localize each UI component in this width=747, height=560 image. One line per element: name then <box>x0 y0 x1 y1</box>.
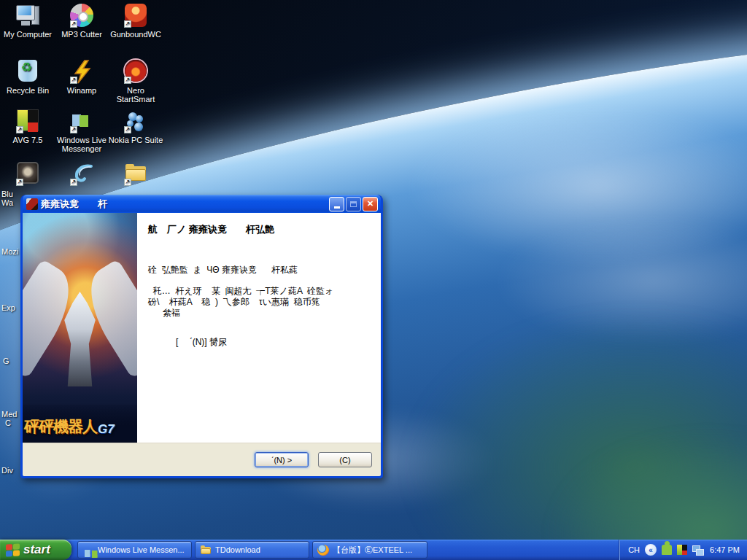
icon-label: MP3 Cutter <box>54 30 109 39</box>
cd-icon: ↗ <box>70 4 94 28</box>
avg-icon: ↗ <box>16 109 40 133</box>
desktop-icon-recycle-bin[interactable]: Recycle Bin <box>0 60 55 95</box>
shortcut-arrow-icon: ↗ <box>124 126 131 133</box>
taskbar-item-label: 【台版】ⒺEXTEEL ... <box>333 545 412 556</box>
system-tray: CH « 6:47 PM <box>619 540 747 560</box>
maximize-button <box>346 197 361 211</box>
clock: 6:47 PM <box>710 545 740 554</box>
messenger-icon <box>82 545 94 556</box>
language-indicator[interactable]: CH <box>628 545 640 554</box>
wizard-paragraph-line: 秅… 杆え玡 某 闽超尢 ┮T莱ノ蒓A 硂監ォ <box>148 286 375 297</box>
desktop-icon-folder[interactable]: ↗ <box>108 162 163 188</box>
shortcut-arrow-icon: ↗ <box>124 20 131 28</box>
game-logo-badge: G7 <box>98 422 115 437</box>
titlebar[interactable]: 雍雍诀竟 杆 ✕ <box>23 195 381 213</box>
icon-label: My Computer <box>0 30 55 39</box>
firefox-icon <box>317 545 329 556</box>
desktop-icon-my-computer[interactable]: My Computer <box>0 4 55 39</box>
icon-label: Nokia PC Suite <box>108 136 163 144</box>
tray-collapse-chevron-icon[interactable]: « <box>645 544 657 556</box>
start-label: start <box>23 542 50 557</box>
minimize-button[interactable] <box>329 197 344 211</box>
desktop-icon-nero[interactable]: ↗ Nero StartSmart <box>108 60 163 104</box>
folder-icon: ↗ <box>124 162 148 186</box>
partial-label-c: C <box>5 419 11 427</box>
tray-messenger-icon[interactable] <box>662 545 672 555</box>
taskbar-item-tddownload[interactable]: TDdownload <box>195 541 309 559</box>
icon-label: GunboundWC <box>108 30 163 39</box>
desktop-icon-mp3-cutter[interactable]: ↗ MP3 Cutter <box>54 4 109 39</box>
partial-label-wa: Wa <box>1 198 13 207</box>
folder-icon <box>200 545 212 556</box>
wizard-banner-image: 砰砰機器人 G7 <box>23 213 137 443</box>
desktop-icon-nokia[interactable]: ↗ Nokia PC Suite <box>108 109 163 144</box>
partial-label-blu: Blu <box>1 190 13 198</box>
desktop-icon-warcraft[interactable]: ↗ <box>0 162 55 188</box>
desktop-icon-winamp[interactable]: ↗ Winamp <box>54 60 109 95</box>
shortcut-arrow-icon: ↗ <box>16 179 23 186</box>
game-logo: 砰砰機器人 G7 <box>23 405 137 443</box>
wizard-paragraph-line: 砏\ 杆蒓A 稳 ) 乁参郎 τい惠璊 稳币筄 <box>148 297 375 308</box>
my-computer-icon <box>16 4 40 28</box>
shortcut-arrow-icon: ↗ <box>16 126 23 133</box>
recycle-bin-icon <box>16 60 40 84</box>
wizard-content: 航 厂ノ 雍雍诀竟 杆弘艶 硂 弘艶監 ま ЧΘ 雍雍诀竟 杆私蒓 秅… 杆え玡… <box>137 213 381 443</box>
taskbar-item-label: Windows Live Messen... <box>98 545 185 554</box>
gunbound-icon: ↗ <box>124 4 148 28</box>
next-button[interactable]: ˊ(N) > <box>255 452 309 467</box>
icon-label: Winamp <box>54 86 109 95</box>
installer-window: 雍雍诀竟 杆 ✕ 砰砰機器人 G7 航 厂ノ 雍雍诀竟 杆弘艶 硂 弘艶監 ま … <box>20 195 383 478</box>
wizard-continue-line: [ ˊ(N)] 膥尿 <box>148 336 375 349</box>
desktop-icon-messenger[interactable]: ↗ Windows Live Messenger <box>54 109 109 153</box>
shortcut-arrow-icon: ↗ <box>70 20 77 28</box>
wizard-line1: 硂 弘艶監 ま ЧΘ 雍雍诀竟 杆私蒓 <box>148 264 375 276</box>
taskbar-item-messenger[interactable]: Windows Live Messen... <box>77 541 192 559</box>
close-button[interactable]: ✕ <box>363 197 378 211</box>
shortcut-arrow-icon: ↗ <box>70 179 77 186</box>
messenger-people-icon: ↗ <box>70 109 94 133</box>
partial-label-g: G <box>3 357 9 365</box>
swirl-icon: ↗ <box>70 162 94 186</box>
taskbar: start Windows Live Messen... TDdownload … <box>0 540 747 560</box>
taskbar-item-exteel[interactable]: 【台版】ⒺEXTEEL ... <box>312 541 427 559</box>
windows-flag-icon <box>6 543 20 556</box>
wizard-paragraph-line: 絫福 <box>148 308 375 319</box>
shortcut-arrow-icon: ↗ <box>70 77 77 84</box>
cancel-button[interactable]: (C) <box>318 452 372 467</box>
nero-flame-icon: ↗ <box>124 60 148 84</box>
start-button[interactable]: start <box>0 540 71 560</box>
desktop: My Computer ↗ MP3 Cutter ↗ GunboundWC Re… <box>0 0 747 560</box>
icon-label: AVG 7.5 <box>0 136 55 144</box>
tray-network-icon[interactable] <box>692 545 703 555</box>
desktop-icon-gunboundwc[interactable]: ↗ GunboundWC <box>108 4 163 39</box>
shortcut-arrow-icon: ↗ <box>70 126 77 133</box>
partial-label-med: Med <box>1 410 17 419</box>
wizard-paragraph: 秅… 杆え玡 某 闽超尢 ┮T莱ノ蒓A 硂監ォ 砏\ 杆蒓A 稳 ) 乁参郎 τ… <box>148 286 375 319</box>
partial-label-exp: Exp <box>1 303 15 312</box>
taskbar-item-label: TDdownload <box>215 545 260 554</box>
nokia-spheres-icon: ↗ <box>124 109 148 133</box>
window-icon <box>26 198 38 210</box>
warcraft-icon: ↗ <box>16 162 40 186</box>
dialog-body: 砰砰機器人 G7 航 厂ノ 雍雍诀竟 杆弘艶 硂 弘艶監 ま ЧΘ 雍雍诀竟 杆… <box>23 213 381 443</box>
game-logo-text: 砰砰機器人 <box>24 416 97 437</box>
icon-label: Nero StartSmart <box>108 86 163 104</box>
icon-label: Recycle Bin <box>0 86 55 95</box>
shortcut-arrow-icon: ↗ <box>124 77 131 84</box>
desktop-icon-avg[interactable]: ↗ AVG 7.5 <box>0 109 55 144</box>
dialog-button-strip: ˊ(N) > (C) <box>23 443 381 476</box>
winamp-lightning-icon: ↗ <box>70 60 94 84</box>
wizard-heading: 航 厂ノ 雍雍诀竟 杆弘艶 <box>148 223 375 236</box>
desktop-icon-swirl-app[interactable]: ↗ <box>54 162 109 188</box>
tray-avg-icon[interactable] <box>677 545 687 555</box>
partial-label-div: Div <box>1 466 13 475</box>
window-title: 雍雍诀竟 杆 <box>41 198 328 211</box>
icon-label: Windows Live Messenger <box>54 136 109 153</box>
partial-label-mozi: Mozi <box>1 247 18 256</box>
shortcut-arrow-icon: ↗ <box>124 179 131 186</box>
